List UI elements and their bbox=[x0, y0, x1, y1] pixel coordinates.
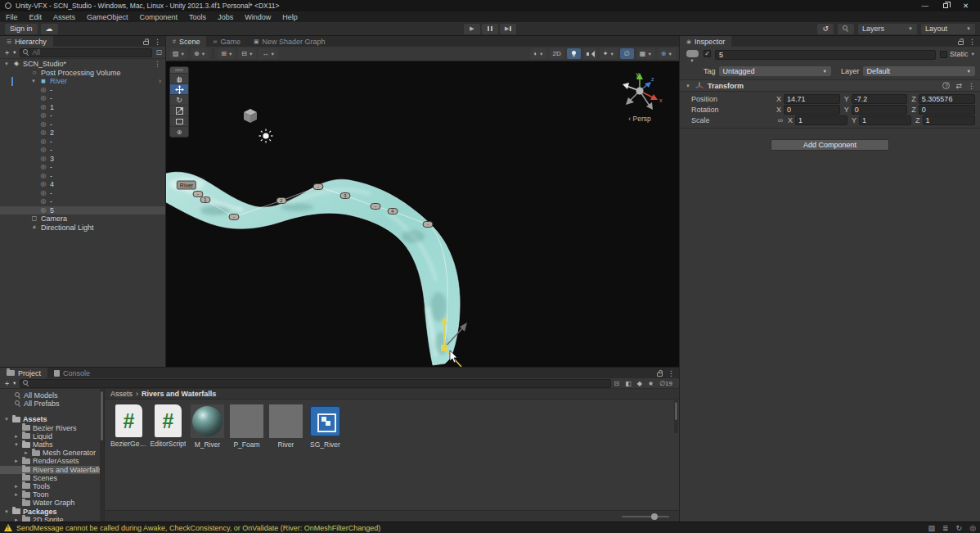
search-by-label-icon[interactable]: ◆ bbox=[637, 380, 642, 387]
hierarchy-search[interactable] bbox=[20, 48, 152, 57]
gizmos-dropdown[interactable]: ⊕▼ bbox=[658, 48, 676, 59]
transform-combined-tool[interactable]: ⊕ bbox=[170, 126, 188, 137]
active-checkbox[interactable]: ✓ bbox=[704, 50, 711, 57]
effects-dropdown[interactable]: ✦▼ bbox=[600, 48, 618, 59]
asset-tile[interactable]: River bbox=[267, 404, 304, 449]
river-scene-label[interactable]: River bbox=[177, 181, 196, 190]
axis-value-field[interactable]: 14.71 bbox=[784, 94, 840, 104]
transform-component-header[interactable]: Transform ? ⇄ ⋮ bbox=[680, 80, 980, 92]
add-component-button[interactable]: Add Component bbox=[771, 139, 889, 151]
collapse-caret-icon[interactable] bbox=[13, 458, 20, 463]
menu-item[interactable]: Window bbox=[239, 13, 276, 21]
spline-control-point[interactable]: - bbox=[229, 214, 240, 220]
link-scale-icon[interactable]: ∞ bbox=[776, 116, 784, 124]
close-button[interactable]: ✕ bbox=[963, 2, 969, 10]
tree-scrollbar[interactable] bbox=[100, 389, 104, 522]
folder-tree-item[interactable]: Scenes bbox=[0, 474, 104, 482]
move-tool[interactable] bbox=[170, 84, 188, 94]
favorite-search-item[interactable]: All Prefabs bbox=[0, 400, 104, 408]
directional-light-gizmo-icon[interactable] bbox=[259, 129, 273, 143]
undo-history-button[interactable]: ↺ bbox=[817, 24, 834, 34]
overlay-drag-handle[interactable] bbox=[170, 67, 188, 73]
folder-tree-item[interactable]: Liquid bbox=[0, 432, 104, 440]
collapse-caret-icon[interactable] bbox=[3, 509, 10, 514]
breadcrumb-current[interactable]: Rivers and Waterfalls bbox=[142, 390, 216, 398]
cache-server-icon[interactable]: ≣ bbox=[942, 524, 949, 532]
hierarchy-row[interactable]: - bbox=[0, 94, 165, 103]
kebab-menu-icon[interactable]: ⋮ bbox=[969, 38, 976, 46]
orientation-gizmo[interactable]: y x z bbox=[615, 70, 664, 123]
collapse-caret-icon[interactable] bbox=[685, 84, 691, 88]
favorite-star-icon[interactable]: ★ bbox=[648, 380, 654, 387]
hierarchy-row[interactable]: River › bbox=[0, 77, 165, 86]
projection-mode-label[interactable]: ‹ Persp bbox=[615, 115, 664, 123]
asset-tile[interactable]: M_River bbox=[189, 404, 226, 449]
kebab-menu-icon[interactable]: ⋮ bbox=[968, 82, 975, 90]
axis-value-field[interactable]: 1 bbox=[859, 115, 911, 125]
icon-picker-caret-icon[interactable]: ▼ bbox=[690, 58, 694, 63]
cloud-button[interactable]: ☁ bbox=[41, 24, 58, 34]
collapse-caret-icon[interactable] bbox=[13, 442, 20, 447]
tab-hierarchy[interactable]: ☰Hierarchy bbox=[0, 36, 53, 47]
lock-icon[interactable] bbox=[657, 373, 663, 377]
scene-view-tab[interactable]: ▣ New Shader Graph bbox=[247, 36, 332, 47]
asset-tile[interactable]: EditorScript bbox=[150, 404, 187, 449]
folder-tree-item[interactable]: Bezier Rivers bbox=[0, 424, 104, 432]
tab-project[interactable]: Project bbox=[0, 368, 47, 378]
project-search-input[interactable] bbox=[32, 379, 607, 387]
restore-button[interactable] bbox=[943, 3, 948, 8]
collapse-caret-icon[interactable] bbox=[13, 492, 20, 497]
kebab-menu-icon[interactable]: ⋮ bbox=[154, 38, 161, 46]
menu-item[interactable]: Component bbox=[134, 13, 184, 21]
move-snap-dropdown[interactable]: ⊟▼ bbox=[238, 48, 256, 59]
console-status-message[interactable]: SendMessage cannot be called during Awak… bbox=[16, 524, 380, 532]
layout-dropdown[interactable]: Layout▼ bbox=[921, 24, 975, 34]
audio-toggle[interactable] bbox=[583, 48, 597, 59]
tool-settings-dropdown[interactable]: ▨▼ bbox=[169, 48, 188, 59]
hierarchy-row[interactable]: - bbox=[0, 172, 165, 181]
spline-control-point[interactable]: - bbox=[371, 203, 381, 210]
menu-item[interactable]: Edit bbox=[24, 13, 48, 21]
menu-item[interactable]: Help bbox=[276, 13, 303, 21]
search-by-type-icon[interactable]: ⊡ bbox=[614, 380, 620, 387]
search-button[interactable] bbox=[838, 24, 854, 34]
menu-item[interactable]: File bbox=[0, 13, 24, 21]
help-icon[interactable]: ? bbox=[942, 82, 950, 89]
spline-control-point[interactable]: 3 bbox=[340, 192, 351, 199]
hierarchy-row[interactable]: - bbox=[0, 138, 165, 147]
kebab-menu-icon[interactable]: ⋮ bbox=[668, 369, 675, 377]
spline-control-point[interactable]: - bbox=[313, 183, 324, 190]
folder-tree-item[interactable]: Water Graph bbox=[0, 499, 104, 507]
hierarchy-row[interactable]: - bbox=[0, 197, 165, 206]
play-button[interactable]: ▶ bbox=[464, 24, 480, 34]
collapse-caret-icon[interactable] bbox=[13, 434, 20, 439]
auto-generate-lighting-icon[interactable]: ▨ bbox=[928, 524, 936, 532]
layers-dropdown[interactable]: Layers▼ bbox=[858, 24, 917, 34]
folder-tree-item[interactable]: Tools bbox=[0, 482, 104, 490]
hierarchy-row[interactable]: - bbox=[0, 163, 165, 172]
hierarchy-row[interactable]: - bbox=[0, 111, 165, 120]
spline-control-point[interactable]: 2 bbox=[276, 197, 287, 204]
axis-value-field[interactable]: 0 bbox=[784, 105, 840, 115]
menu-item[interactable]: Tools bbox=[183, 13, 212, 21]
hierarchy-row[interactable]: 1 bbox=[0, 103, 165, 112]
asset-tile[interactable]: P_Foam bbox=[228, 404, 265, 449]
menu-item[interactable]: Jobs bbox=[212, 13, 239, 21]
lock-icon[interactable] bbox=[958, 41, 964, 45]
spline-control-point[interactable]: 1 bbox=[200, 196, 211, 203]
collapse-caret-icon[interactable] bbox=[30, 79, 37, 84]
cube-gizmo-icon[interactable] bbox=[244, 109, 257, 123]
hierarchy-row[interactable]: - bbox=[0, 120, 165, 129]
axis-value-field[interactable]: 0 bbox=[852, 105, 908, 115]
hierarchy-row[interactable]: Directional Light bbox=[0, 224, 165, 233]
favorite-search-item[interactable]: All Models bbox=[0, 391, 104, 400]
shading-mode-dropdown[interactable]: ◐▼ bbox=[530, 48, 546, 59]
hierarchy-add-button[interactable]: ＋▼ bbox=[3, 47, 16, 58]
hierarchy-row[interactable]: - bbox=[0, 146, 165, 155]
scene-view-tab[interactable]: # Scene bbox=[166, 36, 206, 47]
hierarchy-row[interactable]: - bbox=[0, 189, 165, 198]
rotate-tool[interactable]: ↻ bbox=[170, 94, 188, 105]
view-hand-tool[interactable] bbox=[170, 73, 188, 84]
minimize-button[interactable]: — bbox=[921, 2, 928, 10]
sign-in-button[interactable]: Sign in bbox=[5, 24, 38, 34]
